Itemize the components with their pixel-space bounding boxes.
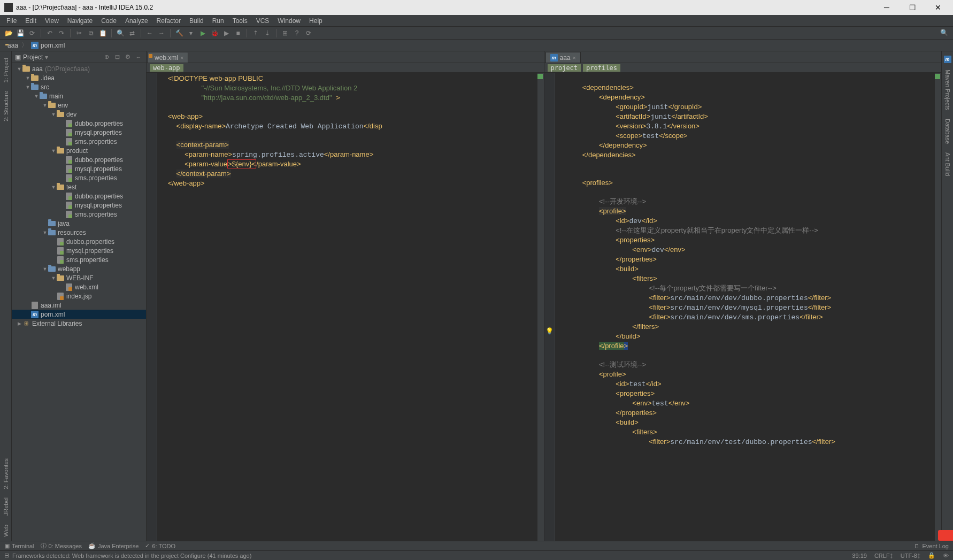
xml-crumb[interactable]: web-app (150, 64, 183, 72)
tab-terminal[interactable]: ▣Terminal (4, 542, 34, 549)
editor-gutter[interactable]: 💡 (544, 73, 555, 541)
open-icon[interactable]: 📂 (3, 28, 14, 39)
expand-arrow-icon[interactable]: ▼ (16, 66, 22, 72)
editor-tab-web-xml[interactable]: web.xml × (148, 52, 188, 63)
tab-java-enterprise[interactable]: ☕Java Enterprise (88, 542, 139, 549)
tree-row[interactable]: mpom.xml (12, 310, 146, 319)
find-icon[interactable]: 🔍 (115, 28, 126, 39)
inspection-eye-icon[interactable]: 👁 (943, 553, 949, 559)
tree-row[interactable]: ▼main (12, 91, 146, 101)
undo-icon[interactable]: ↶ (44, 28, 55, 39)
tree-row[interactable]: dubbo.properties (12, 191, 146, 201)
save-icon[interactable]: 💾 (15, 28, 26, 39)
run-icon[interactable]: ▶ (197, 28, 208, 39)
tree-row[interactable]: ▼webapp (12, 264, 146, 273)
fold-gutter[interactable] (157, 73, 165, 541)
editor-gutter[interactable] (147, 73, 157, 541)
intention-bulb-icon[interactable]: 💡 (545, 327, 553, 335)
tab-structure[interactable]: 2: Structure (2, 87, 10, 126)
tab-ant[interactable]: Ant Build (943, 148, 952, 180)
vertical-scrollbar[interactable] (537, 73, 544, 541)
tab-web[interactable]: Web (2, 520, 10, 541)
menu-window[interactable]: Window (273, 17, 305, 25)
coverage-icon[interactable]: ▶ (221, 28, 232, 39)
close-tab-icon[interactable]: × (573, 55, 576, 61)
forward-icon[interactable]: → (156, 28, 167, 39)
settings-icon[interactable]: ⚙ (124, 53, 132, 62)
tab-todo[interactable]: ✓6: TODO (145, 542, 175, 549)
collapse-all-icon[interactable]: ⊟ (113, 53, 121, 62)
debug-icon[interactable]: 🐞 (209, 28, 220, 39)
tree-row[interactable]: web.xml (12, 282, 146, 291)
tree-row[interactable]: ▼product (12, 146, 146, 155)
expand-arrow-icon[interactable]: ▼ (42, 266, 48, 272)
tree-row[interactable]: ▶⊞External Libraries (12, 319, 146, 328)
menu-run[interactable]: Run (208, 17, 228, 25)
menu-build[interactable]: Build (185, 17, 208, 25)
tree-row[interactable]: ▼src (12, 82, 146, 91)
project-tree[interactable]: ▼aaa (D:\Project\aaa)▼.idea▼src▼main▼env… (12, 63, 146, 541)
menu-refactor[interactable]: Refactor (152, 17, 185, 25)
expand-arrow-icon[interactable]: ▼ (33, 94, 40, 99)
tree-row[interactable]: java (12, 219, 146, 228)
close-tab-icon[interactable]: × (180, 55, 183, 61)
tree-row[interactable]: ▼test (12, 182, 146, 191)
tree-row[interactable]: mysql.properties (12, 201, 146, 210)
code-area[interactable]: <!DOCTYPE web-app PUBLIC "-//Sun Microsy… (165, 73, 537, 541)
menu-edit[interactable]: Edit (21, 17, 41, 25)
menu-code[interactable]: Code (97, 17, 121, 25)
breadcrumb-item[interactable]: aaa (5, 42, 18, 49)
run-config-icon[interactable]: ▾ (186, 28, 196, 39)
tab-favorites[interactable]: 2: Favorites (2, 454, 10, 493)
search-everywhere-icon[interactable]: 🔍 (940, 29, 949, 37)
tree-row[interactable]: ▼dev (12, 110, 146, 119)
vertical-scrollbar[interactable] (935, 73, 941, 541)
expand-arrow-icon[interactable]: ▼ (42, 103, 48, 108)
scroll-from-source-icon[interactable]: ⊕ (102, 53, 111, 62)
tab-messages[interactable]: ⓘ0: Messages (41, 542, 82, 550)
code-area[interactable]: <dependencies> <dependency> <groupId>jun… (563, 73, 935, 541)
tree-row[interactable]: ▼aaa (D:\Project\aaa) (12, 64, 146, 73)
tree-row[interactable]: mysql.properties (12, 164, 146, 173)
build-icon[interactable]: 🔨 (174, 28, 185, 39)
readonly-lock-icon[interactable]: 🔒 (928, 552, 935, 559)
maximize-button[interactable]: ☐ (902, 0, 923, 15)
tree-row[interactable]: dubbo.properties (12, 237, 146, 246)
expand-arrow-icon[interactable]: ▼ (50, 275, 57, 281)
hide-tool-windows-icon[interactable]: ⊟ (4, 552, 9, 559)
replace-icon[interactable]: ⇄ (127, 28, 137, 39)
fold-gutter[interactable] (555, 73, 563, 541)
tab-jrebel[interactable]: JRebel (2, 493, 10, 520)
line-separator[interactable]: CRLF‡ (874, 553, 893, 559)
cursor-position[interactable]: 39:19 (852, 553, 867, 559)
minimize-button[interactable]: ─ (876, 0, 897, 15)
tree-row[interactable]: aaa.iml (12, 301, 146, 310)
menu-vcs[interactable]: VCS (252, 17, 274, 25)
jrebel-icon[interactable]: ⟳ (303, 28, 314, 39)
encoding[interactable]: UTF-8‡ (901, 553, 920, 559)
expand-arrow-icon[interactable]: ▶ (16, 321, 22, 326)
tree-row[interactable]: sms.properties (12, 210, 146, 219)
expand-arrow-icon[interactable]: ▼ (50, 185, 57, 190)
xml-crumb[interactable]: profiles (583, 64, 620, 72)
tree-row[interactable]: dubbo.properties (12, 155, 146, 164)
hide-icon[interactable]: ← (134, 53, 143, 62)
vcs-update-icon[interactable]: ⇣ (262, 28, 273, 39)
sync-icon[interactable]: ⟳ (27, 28, 37, 39)
tree-row[interactable]: sms.properties (12, 173, 146, 182)
tree-row[interactable]: ▼WEB-INF (12, 273, 146, 282)
tree-row[interactable]: mysql.properties (12, 246, 146, 255)
dropdown-icon[interactable]: ▾ (45, 53, 48, 61)
help-icon[interactable]: ? (291, 28, 302, 39)
expand-arrow-icon[interactable]: ▼ (25, 75, 31, 81)
copy-icon[interactable]: ⧉ (86, 28, 96, 39)
back-icon[interactable]: ← (144, 28, 155, 39)
expand-arrow-icon[interactable]: ▼ (25, 85, 31, 90)
tree-row[interactable]: sms.properties (12, 255, 146, 264)
paste-icon[interactable]: 📋 (97, 28, 108, 39)
menu-view[interactable]: View (41, 17, 63, 25)
menu-file[interactable]: File (2, 17, 21, 25)
xml-crumb[interactable]: project (548, 64, 581, 72)
cut-icon[interactable]: ✂ (74, 28, 84, 39)
expand-arrow-icon[interactable]: ▼ (50, 112, 57, 117)
